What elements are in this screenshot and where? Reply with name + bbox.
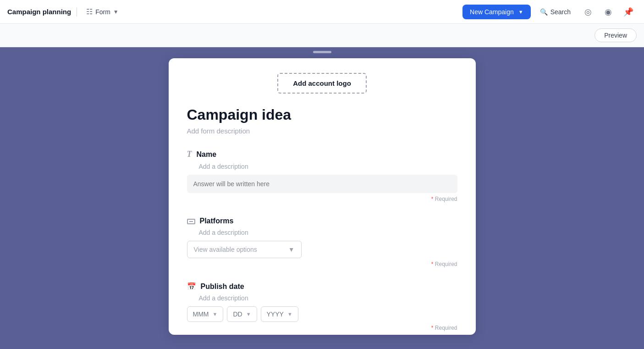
month-select[interactable]: MMM ▼ (187, 306, 224, 322)
topbar-divider (77, 7, 77, 17)
user-icon-button[interactable]: ◎ (580, 4, 596, 20)
new-campaign-button[interactable]: New Campaign ▼ (462, 5, 531, 19)
text-type-icon: T (187, 150, 192, 159)
year-select[interactable]: YYYY ▼ (261, 306, 298, 322)
preview-bar: Preview (0, 24, 644, 47)
form-title: Campaign idea (187, 106, 457, 123)
date-row: MMM ▼ DD ▼ YYYY ▼ (187, 306, 457, 322)
form-label: Form (95, 8, 110, 16)
month-chevron-icon: ▼ (213, 311, 218, 317)
platforms-dropdown[interactable]: View available options ▼ (187, 241, 302, 258)
calendar-type-icon: 📅 (187, 282, 196, 291)
eye-icon: ◉ (605, 7, 612, 17)
platforms-field-header: Platforms (187, 217, 457, 225)
user-icon: ◎ (584, 7, 592, 17)
topbar: Campaign planning ☷ Form ▼ New Campaign … (0, 0, 644, 24)
year-chevron-icon: ▼ (287, 311, 292, 317)
platforms-field-label: Platforms (200, 217, 234, 225)
app-title: Campaign planning (7, 8, 71, 16)
form-icon: ☷ (86, 7, 93, 16)
topbar-left: Campaign planning ☷ Form ▼ (7, 6, 462, 18)
chevron-down-icon: ▼ (113, 9, 119, 15)
publish-date-field-header: 📅 Publish date (187, 282, 457, 291)
day-select[interactable]: DD ▼ (227, 306, 257, 322)
publish-date-required-star: * (431, 325, 434, 331)
search-label: Search (550, 8, 571, 16)
search-button[interactable]: 🔍 Search (534, 6, 576, 18)
day-chevron-icon: ▼ (246, 311, 251, 317)
name-field-label: Name (197, 150, 217, 159)
main-area: Add account logo Campaign idea Add form … (0, 47, 644, 349)
pin-icon: 📌 (623, 7, 633, 17)
new-campaign-label: New Campaign (470, 8, 514, 16)
add-logo-button[interactable]: Add account logo (277, 73, 367, 94)
name-field-section: T Name Add a description * Required (187, 150, 457, 202)
year-label: YYYY (267, 310, 284, 318)
add-logo-label: Add account logo (293, 79, 351, 87)
publish-date-field-label: Publish date (201, 283, 244, 291)
month-label: MMM (193, 310, 209, 318)
day-label: DD (233, 310, 242, 318)
platforms-required-label: * Required (187, 261, 457, 267)
publish-date-required-label: * Required (187, 325, 457, 331)
name-required-label: * Required (187, 196, 457, 202)
form-description: Add form description (187, 127, 457, 135)
form-button[interactable]: ☷ Form ▼ (83, 6, 122, 18)
platforms-dropdown-placeholder: View available options (194, 246, 257, 253)
search-icon: 🔍 (540, 8, 548, 16)
name-field-description: Add a description (199, 163, 457, 170)
dropdown-type-icon (187, 219, 195, 224)
preview-button[interactable]: Preview (594, 28, 637, 42)
publish-date-required-text: Required (435, 325, 457, 331)
new-campaign-chevron-icon: ▼ (518, 9, 523, 15)
logo-placeholder: Add account logo (187, 73, 457, 94)
platforms-field-description: Add a description (199, 229, 457, 236)
platforms-field-section: Platforms Add a description View availab… (187, 217, 457, 267)
topbar-right: New Campaign ▼ 🔍 Search ◎ ◉ 📌 (462, 4, 637, 20)
publish-date-field-description: Add a description (199, 294, 457, 302)
platforms-required-star: * (431, 261, 434, 267)
eye-icon-button[interactable]: ◉ (600, 4, 616, 20)
preview-label: Preview (604, 32, 627, 39)
publish-date-field-section: 📅 Publish date Add a description MMM ▼ D… (187, 282, 457, 331)
name-text-input[interactable] (187, 175, 457, 193)
form-card: Add account logo Campaign idea Add form … (169, 58, 476, 335)
name-required-text: Required (435, 196, 457, 202)
name-field-header: T Name (187, 150, 457, 159)
platforms-required-text: Required (435, 261, 457, 267)
pin-icon-button[interactable]: 📌 (620, 4, 637, 20)
required-star: * (431, 196, 434, 202)
scroll-handle (313, 51, 331, 53)
platforms-chevron-icon: ▼ (288, 246, 295, 253)
